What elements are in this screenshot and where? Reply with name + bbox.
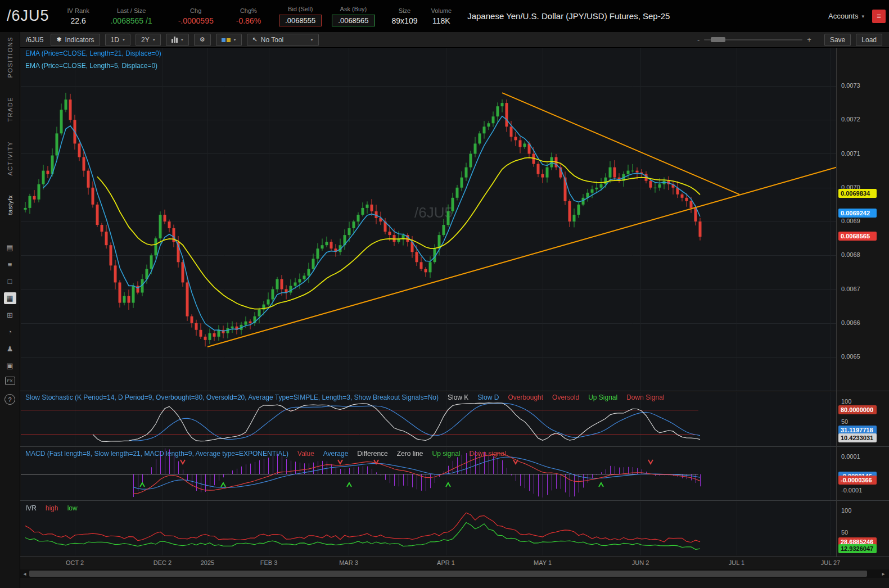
sidebar-icon-calendar[interactable]: ▣ bbox=[4, 360, 16, 372]
legend-item: high bbox=[46, 504, 58, 512]
save-button[interactable]: Save bbox=[824, 34, 851, 46]
sidebar-icon-package[interactable]: □ bbox=[4, 275, 16, 287]
time-axis-label: JUL 1 bbox=[719, 559, 755, 566]
ivr-header: IVRhighlow bbox=[25, 504, 87, 512]
layout-dropdown[interactable]: ▾ bbox=[216, 34, 242, 46]
sidebar-icon-stack: ▤≡□▦⊞◔♟▣FX bbox=[4, 242, 16, 385]
axis-tick: 50 bbox=[841, 529, 848, 536]
stat-ask: Ask (Buy) .0068565 bbox=[332, 6, 374, 26]
stochastic-header: Slow Stochastic (K Period=14, D Period=9… bbox=[25, 393, 674, 401]
time-axis-label: APR 1 bbox=[428, 559, 464, 566]
stoch-slowd-badge: 31.1197718 bbox=[838, 426, 877, 435]
chevron-down-icon: ▾ bbox=[123, 37, 125, 42]
cursor-icon: ↖ bbox=[252, 36, 258, 43]
symbol-title: /6JU5 bbox=[7, 7, 49, 25]
scroll-left-arrow-icon[interactable]: ◂ bbox=[20, 569, 29, 578]
range-dropdown[interactable]: 2Y ▾ bbox=[136, 34, 161, 46]
zoom-slider-thumb[interactable] bbox=[711, 37, 725, 42]
horizontal-scrollbar[interactable]: ◂ ▸ bbox=[20, 569, 889, 578]
sidebar-icon-grid[interactable]: ⊞ bbox=[4, 309, 16, 321]
legend-item: Zero line bbox=[397, 450, 423, 458]
load-button[interactable]: Load bbox=[856, 34, 882, 46]
legend-item: Slow D bbox=[477, 393, 499, 401]
axis-tick: 0.0066 bbox=[841, 319, 860, 326]
ivr-low-badge: 12.9326047 bbox=[838, 544, 877, 553]
axis-tick: 50 bbox=[841, 418, 848, 425]
legend-item: Value bbox=[297, 450, 314, 458]
bar-chart-icon bbox=[172, 37, 178, 43]
legend-item: Slow K bbox=[448, 393, 468, 401]
accounts-menu[interactable]: Accounts ▾ bbox=[828, 12, 864, 20]
zoom-slider[interactable] bbox=[704, 39, 802, 40]
price-chart-canvas[interactable] bbox=[21, 48, 836, 391]
legend-item: low bbox=[67, 504, 78, 512]
stat-chg-pct: Chg% -0.86% bbox=[236, 7, 261, 25]
axis-tick: 0.0001 bbox=[841, 453, 860, 460]
header: /6JU5 IV Rank 22.6 Last / Size .0068565 … bbox=[0, 0, 889, 33]
last-price-badge: 0.0068565 bbox=[838, 232, 877, 241]
ema-label: EMA (Price=CLOSE, Length=5, Displace=0) bbox=[25, 62, 161, 70]
legend-item: Difference bbox=[357, 450, 387, 458]
legend-item: Overbought bbox=[508, 393, 543, 401]
chevron-down-icon: ▾ bbox=[181, 37, 183, 42]
indicators-icon: ✱ bbox=[56, 36, 61, 43]
scroll-right-arrow-icon[interactable]: ▸ bbox=[879, 569, 888, 578]
chevron-down-icon: ▾ bbox=[234, 37, 236, 42]
sidebar: POSITIONS TRADE ACTIVITY tastyfx ▤≡□▦⊞◔♟… bbox=[0, 32, 20, 588]
ema21-value-badge: 0.0069834 bbox=[838, 189, 877, 198]
toolbar-symbol-label: /6JU5 bbox=[26, 36, 43, 44]
legend-item: Up Signal bbox=[588, 393, 617, 401]
axis-tick: 100 bbox=[841, 398, 851, 405]
time-axis-label: MAR 3 bbox=[331, 559, 367, 566]
sidebar-tab-activity[interactable]: ACTIVITY bbox=[7, 141, 13, 176]
bid-price[interactable]: .0068555 bbox=[279, 15, 322, 26]
time-axis-label: DEC 2 bbox=[145, 559, 180, 566]
legend-item: IVR bbox=[25, 504, 37, 512]
axis-tick: 0.0067 bbox=[841, 286, 860, 292]
macd-header: MACD (Fast length=8, Slow length=21, MAC… bbox=[25, 450, 515, 458]
ask-price[interactable]: .0068565 bbox=[332, 15, 374, 26]
contract-title: Japanese Yen/U.S. Dollar (JPY/USD) Futur… bbox=[467, 11, 670, 21]
chart-toolbar: /6JU5 ✱ Indicators 1D ▾ 2Y ▾ ▾ ⚙ ▾ ↖ No … bbox=[20, 32, 889, 48]
sidebar-icon-clock[interactable]: ◔ bbox=[4, 326, 16, 338]
chevron-down-icon: ▾ bbox=[861, 13, 864, 19]
legend-item: Up signal bbox=[432, 450, 460, 458]
ivr-canvas[interactable] bbox=[21, 501, 836, 555]
scrollbar-handle[interactable] bbox=[29, 571, 867, 577]
time-axis-label: FEB 3 bbox=[251, 559, 287, 566]
sidebar-icon-news[interactable]: ▤ bbox=[4, 242, 16, 254]
chart-settings-button[interactable]: ⚙ bbox=[194, 34, 211, 46]
stat-volume: Volume 118K bbox=[431, 7, 452, 25]
stat-iv-rank: IV Rank 22.6 bbox=[67, 7, 89, 25]
zoom-out-button[interactable]: - bbox=[697, 35, 700, 44]
sidebar-icon-people[interactable]: ♟ bbox=[4, 343, 16, 355]
legend-item: Oversold bbox=[552, 393, 579, 401]
stoch-slowk-badge: 10.4233031 bbox=[838, 433, 877, 442]
panel-separator bbox=[20, 391, 889, 391]
ema-label: EMA (Price=CLOSE, Length=21, Displace=0) bbox=[25, 49, 161, 57]
stat-bid: Bid (Sell) .0068555 bbox=[279, 6, 322, 26]
drawing-tool-dropdown[interactable]: ↖ No Tool ▾ bbox=[247, 34, 319, 46]
chevron-down-icon: ▾ bbox=[311, 37, 313, 42]
legend-item: Down Signal bbox=[626, 393, 664, 401]
help-icon[interactable]: ? bbox=[4, 394, 15, 405]
stat-size: Size 89x109 bbox=[392, 7, 418, 25]
zoom-in-button[interactable]: + bbox=[807, 35, 811, 44]
sidebar-tab-trade[interactable]: TRADE bbox=[7, 97, 13, 122]
alerts-icon[interactable]: ≡ bbox=[872, 10, 886, 23]
axis-tick: -0.0001 bbox=[841, 487, 862, 494]
trading-app: /6JU5 IV Rank 22.6 Last / Size .0068565 … bbox=[0, 0, 889, 588]
timeframe-dropdown[interactable]: 1D ▾ bbox=[105, 34, 130, 46]
sidebar-icon-fx[interactable]: FX bbox=[5, 377, 15, 385]
sidebar-tab-tastyfx[interactable]: tastyfx bbox=[7, 195, 13, 215]
stoch-overbought-badge: 80.0000000 bbox=[838, 405, 877, 414]
chart-type-dropdown[interactable]: ▾ bbox=[166, 34, 189, 46]
sidebar-icon-chart[interactable]: ▦ bbox=[4, 292, 16, 304]
sidebar-icon-list[interactable]: ≡ bbox=[4, 259, 16, 270]
axis-tick: 100 bbox=[841, 507, 851, 514]
sidebar-tab-positions[interactable]: POSITIONS bbox=[7, 37, 13, 78]
axis-tick: 0.0068 bbox=[841, 251, 860, 258]
indicators-button[interactable]: ✱ Indicators bbox=[51, 34, 100, 46]
chevron-down-icon: ▾ bbox=[153, 37, 155, 42]
legend-item: Average bbox=[323, 450, 348, 458]
